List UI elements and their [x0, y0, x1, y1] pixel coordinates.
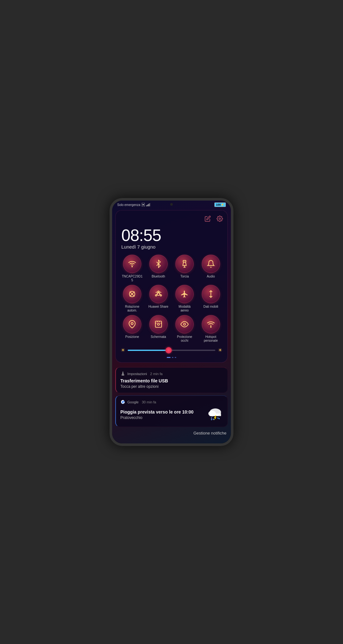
notif-weather-row: Pioggia prevista verso le ore 10:00 Prat… — [120, 407, 223, 423]
svg-rect-4 — [148, 204, 149, 206]
usb-icon — [120, 371, 125, 376]
tile-label-audio: Audio — [207, 275, 215, 278]
notif-title-usb: Trasferimento file USB — [120, 378, 223, 383]
notif-location-weather: Pratovecchio — [120, 415, 193, 420]
page-dot-2 — [172, 357, 173, 358]
svg-point-7 — [219, 218, 221, 220]
tile-label-torcia: Torcia — [180, 275, 189, 278]
tile-wifi[interactable]: TNCAPC29D15 — [120, 255, 145, 282]
svg-rect-24 — [155, 321, 162, 327]
airplane-icon — [180, 290, 189, 298]
svg-point-38 — [211, 417, 212, 419]
settings-button[interactable] — [215, 214, 224, 223]
tile-label-data: Dati mobili — [203, 305, 218, 309]
edit-button[interactable] — [203, 214, 212, 223]
weather-text-area: Pioggia prevista verso le ore 10:00 Prat… — [120, 409, 193, 420]
hotspot-icon — [207, 320, 215, 328]
tile-label-hotspot: Hotspotpersonale — [204, 335, 218, 343]
tile-circle-location — [123, 315, 141, 333]
google-app-icon — [120, 400, 125, 405]
brightness-thumb[interactable] — [165, 347, 172, 353]
svg-point-25 — [158, 323, 160, 325]
notification-weather[interactable]: Google 30 min fa Pioggia prevista verso … — [115, 395, 228, 427]
tile-data[interactable]: Dati mobili — [199, 285, 223, 312]
tile-circle-eye — [175, 315, 194, 333]
edit-icon — [205, 216, 211, 222]
tile-label-location: Posizione — [125, 335, 139, 339]
tile-label-wifi: TNCAPC29D15 — [122, 275, 143, 282]
flashlight-icon — [180, 260, 189, 268]
status-left: Solo emergenza — [117, 203, 151, 207]
svg-marker-37 — [214, 415, 217, 421]
phone-screen: Solo emergenza 100⚡ — [112, 201, 231, 443]
tile-location[interactable]: Posizione — [120, 315, 145, 343]
tile-circle-data — [202, 285, 220, 303]
svg-point-41 — [217, 417, 219, 419]
battery-text: 100⚡ — [214, 202, 226, 207]
clock-time: 08:55 — [121, 227, 222, 243]
notif-time-usb: 2 min fa — [150, 372, 163, 376]
signal-icon — [146, 203, 151, 206]
phone-frame: Solo emergenza 100⚡ — [110, 198, 233, 446]
tile-circle-airplane — [175, 285, 194, 303]
tile-label-screenshot: Schermata — [151, 335, 166, 339]
notification-usb[interactable]: Impostazioni 2 min fa Trasferimento file… — [115, 367, 228, 393]
svg-rect-5 — [149, 203, 150, 206]
page-dots — [119, 355, 224, 359]
tile-circle-torcia — [175, 255, 194, 273]
clock-date: Lunedì 7 giugno — [121, 244, 222, 250]
tile-label-bluetooth: Bluetooth — [152, 275, 165, 278]
tile-torcia[interactable]: Torcia — [172, 255, 197, 282]
svg-rect-6 — [150, 203, 151, 206]
status-right: 100⚡ — [214, 202, 226, 207]
manage-notifications-button[interactable]: Gestione notifiche — [112, 429, 231, 441]
svg-point-30 — [184, 323, 186, 325]
svg-rect-9 — [183, 260, 186, 262]
notif-time-google: 30 min fa — [142, 400, 156, 404]
wifi-icon — [128, 260, 136, 268]
svg-rect-1 — [143, 204, 144, 205]
tiles-grid: TNCAPC29D15 Bluetooth — [119, 253, 224, 344]
tile-rotation[interactable]: Rotazioneautom. — [120, 285, 145, 312]
tile-circle-rotation — [123, 285, 141, 303]
tile-label-airplane: Modalitàaereo — [178, 305, 191, 312]
tile-huawei-share[interactable]: Huawei Share — [146, 285, 171, 312]
tile-airplane[interactable]: Modalitàaereo — [172, 285, 197, 312]
tile-label-huawei: Huawei Share — [148, 305, 168, 309]
tile-hotspot[interactable]: Hotspotpersonale — [199, 315, 223, 343]
status-bar: Solo emergenza 100⚡ — [112, 201, 231, 208]
rotation-icon — [128, 290, 136, 298]
svg-rect-3 — [147, 205, 148, 206]
brightness-slider[interactable] — [128, 350, 215, 351]
tile-circle-bluetooth — [149, 255, 168, 273]
qs-header-icons — [119, 214, 224, 223]
notifications-area: Impostazioni 2 min fa Trasferimento file… — [112, 365, 231, 429]
settings-icon — [217, 216, 223, 222]
notif-title-weather: Pioggia prevista verso le ore 10:00 — [120, 409, 193, 414]
screenshot-icon — [154, 320, 163, 328]
notif-app-name-usb: Impostazioni — [127, 372, 147, 376]
tile-label-eye: Protezioneocchi — [177, 335, 192, 343]
huawei-share-icon — [154, 290, 163, 298]
tile-audio[interactable]: Audio — [199, 255, 223, 282]
data-icon — [207, 290, 215, 298]
tile-circle-screenshot — [149, 315, 168, 333]
sim-icon — [142, 203, 145, 207]
tile-screenshot[interactable]: Schermata — [146, 315, 171, 343]
notif-header-usb: Impostazioni 2 min fa — [120, 371, 223, 376]
svg-point-15 — [131, 293, 133, 295]
page-dot-3 — [175, 357, 176, 358]
brightness-low-icon: ☀ — [121, 347, 125, 353]
tile-bluetooth[interactable]: Bluetooth — [146, 255, 171, 282]
weather-icon-area — [206, 407, 223, 423]
manage-notifications-label: Gestione notifiche — [193, 431, 226, 435]
notif-body-usb: Tocca per altre opzioni — [120, 384, 223, 389]
svg-point-8 — [132, 266, 132, 267]
eye-icon — [180, 320, 189, 328]
brightness-high-icon: ☀ — [218, 347, 222, 353]
tile-circle-huawei — [149, 285, 168, 303]
tile-circle-hotspot — [202, 315, 220, 333]
tile-eye[interactable]: Protezioneocchi — [172, 315, 197, 343]
location-icon — [128, 320, 136, 328]
notif-app-name-google: Google — [127, 400, 138, 404]
